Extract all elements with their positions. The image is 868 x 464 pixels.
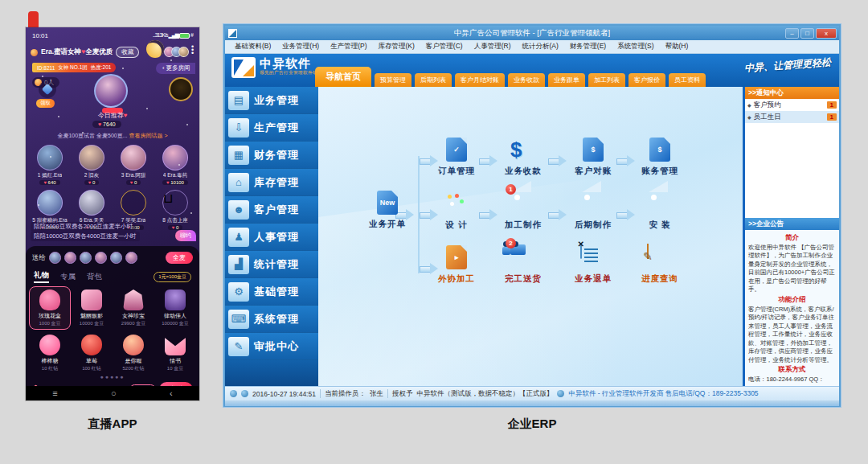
seat-avatar[interactable] [37,190,63,216]
tab-customer-quote[interactable]: 客户报价 [628,73,665,87]
tab-monthly-statement[interactable]: 客户月结对账 [455,73,505,87]
flow-node-outsourcing[interactable]: ▸ 外协加工 [424,244,489,285]
host-avatar[interactable] [94,74,128,108]
logo-icon [231,57,256,78]
favorite-button[interactable]: 收藏 [116,47,139,58]
flow-node-postproduction[interactable]: 后期制作 [561,191,625,231]
all-mic-button[interactable]: 全麦 [166,252,193,264]
menu-item[interactable]: 生产管理(P) [326,40,371,53]
gift-item[interactable]: 棒棒糖 10 红钻 [29,331,71,375]
seat-avatar[interactable]: ⊔ [162,190,188,216]
seat[interactable]: 3 Era.阿甜 ♥ 0 [113,145,154,185]
flow-node-order-return[interactable]: 业务退单 [561,244,625,285]
seat-avatar[interactable] [162,145,188,170]
menu-item[interactable]: 业务管理(H) [277,40,324,53]
gift-icon [39,289,60,310]
seat[interactable]: 4 Era.毒药 ♥ 10100 [154,145,196,185]
claim-reward-button[interactable]: 领取 [36,99,55,108]
recents-icon[interactable]: ≡ [52,388,57,398]
battery-icon [179,33,190,39]
seat-avatar[interactable] [79,145,104,170]
seat[interactable]: 1 嫣红.Era ♥ 640 [29,145,71,185]
maximize-button[interactable]: □ [800,28,814,39]
sidebar-item[interactable]: ⚙ 基础管理 [225,278,318,306]
tab-processing-list[interactable]: 加工列表 [588,73,625,87]
send-target-avatar[interactable] [95,252,107,264]
gift-item[interactable]: 情书 10 金豆 [154,331,196,375]
sidebar-item[interactable]: ⌂ 库存管理 [225,169,318,196]
gift-item[interactable]: 女神珍宝 29900 金豆 [113,286,154,330]
sidebar-item[interactable]: ☻ 客户管理 [225,196,318,224]
menu-item[interactable]: 帮助(H) [661,40,694,53]
tab-order-follow[interactable]: 业务跟单 [548,73,585,87]
flow-node-design[interactable]: 设 计 [424,191,489,231]
flow-node-processing[interactable]: 1 加工制作 [491,191,555,231]
notify-item[interactable]: ◆ 客户预约 1 [745,99,839,111]
send-target-avatar[interactable] [110,252,122,264]
flow-node-account-mgmt[interactable]: $ 账务管理 [628,137,692,177]
flow-node-delivery[interactable]: 2 完工送货 [491,244,555,285]
seat[interactable]: 2 旧友 ♥ 0 [71,145,113,185]
more-options-icon[interactable]: ••• [191,45,194,55]
top-viewer-avatars[interactable] [167,47,189,57]
tab-exclusive[interactable]: 专属 [60,272,76,282]
sidebar-item[interactable]: ▤ 业务管理 [225,87,318,114]
flow-label: 业务收款 [505,166,542,177]
sidebar-item[interactable]: ⇩ 生产管理 [225,114,318,142]
flow-label: 外协加工 [438,273,475,285]
minimize-button[interactable]: – [785,28,799,39]
gift-item[interactable]: 是你喔 5200 红钻 [113,331,154,375]
android-nav-bar: ≡ ○ ‹ [26,386,199,400]
sidebar-item[interactable]: ⌨ 系统管理 [225,306,318,333]
tab-postproduction[interactable]: 后期列表 [415,73,452,87]
room-topic-link[interactable]: 查看房间话题 > [129,133,168,138]
flow-node-progress-query[interactable]: 进度查询 [628,244,692,285]
menu-item[interactable]: 系统管理(S) [612,40,658,53]
chat-date-pill[interactable]: 聊约 [175,230,196,241]
sidebar-item[interactable]: ▟ 统计管理 [225,251,318,278]
tab-employee-info[interactable]: 员工资料 [669,73,706,87]
send-target-avatar[interactable] [125,252,137,264]
sidebar-item[interactable]: ✎ 审批中心 [225,333,318,360]
seat-avatar[interactable] [121,190,146,216]
flow-node-business-open[interactable]: New 业务开单 [355,190,420,230]
tab-backpack[interactable]: 背包 [87,272,102,282]
menu-item[interactable]: 基础资料(B) [230,40,276,53]
menu-item[interactable]: 客户管理(C) [421,40,468,53]
menu-item[interactable]: 人事管理(R) [469,40,516,53]
signal-icon: ▂▄▆ [168,32,178,38]
sidebar-item[interactable]: ♟ 人事管理 [225,224,318,251]
gift-item[interactable]: 玫瑰花盒 1000 金豆 [29,286,71,330]
vip-emblem[interactable] [169,77,193,101]
send-target-avatar[interactable] [49,252,61,264]
seat-avatar[interactable] [79,190,104,216]
notify-item[interactable]: ◆ 员工生日 1 [745,111,839,123]
gift-item[interactable]: 草莓 100 红钻 [71,331,113,375]
back-icon[interactable]: ‹ [170,388,173,398]
flow-node-receivables[interactable]: $ 业务收款 [491,137,555,177]
close-button[interactable]: x [816,28,837,39]
reward-chest[interactable] [39,80,56,98]
home-icon[interactable]: ○ [111,388,117,398]
seat[interactable]: ⊔ 8 点击上座 ♥ 0 [154,190,196,230]
flow-node-install[interactable]: 安 装 [628,191,692,231]
menu-item[interactable]: 统计分析(A) [517,40,563,53]
menu-item[interactable]: 库存管理(K) [374,40,420,53]
tab-receivables[interactable]: 业务收款 [508,73,545,87]
gift-item[interactable]: 律动佳人 100000 金豆 [154,286,196,330]
seat-avatar[interactable] [37,145,63,170]
tab-budget[interactable]: 预算管理 [375,73,411,87]
seat-avatar[interactable] [121,145,146,170]
flow-node-order-mgmt[interactable]: ✓ 订单管理 [424,137,489,177]
more-rooms-button[interactable]: ‹ 更多房间 [156,63,195,74]
tab-gifts[interactable]: 礼物 [34,270,49,283]
gift-item[interactable]: 魅丽眼影 10000 金豆 [71,286,113,330]
net-speed: ...313K/s [153,32,168,38]
viewer-avatar[interactable] [178,47,189,57]
send-target-avatar[interactable] [80,252,92,264]
sidebar-item[interactable]: ▦ 财务管理 [225,142,318,169]
flow-node-customer-statement[interactable]: $ 客户对账 [561,137,625,177]
send-target-avatar[interactable] [64,252,76,264]
menu-item[interactable]: 财务管理(E) [565,40,611,53]
tab-nav-home[interactable]: 导航首页 [315,67,371,87]
